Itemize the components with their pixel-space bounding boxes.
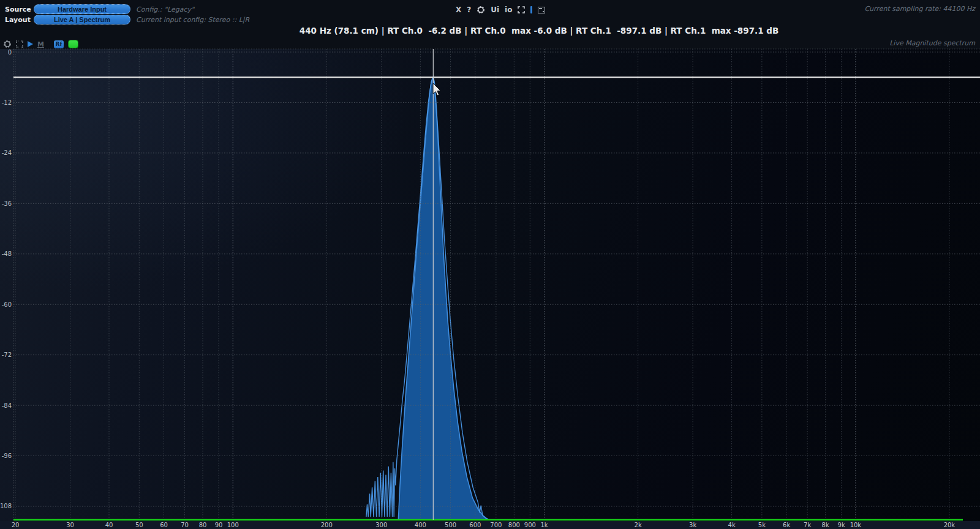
y-axis-label: -72	[2, 351, 12, 358]
x-axis-label: 500	[445, 522, 456, 528]
x-axis-label: 200	[321, 522, 333, 528]
x-axis-label: 300	[375, 522, 387, 528]
x-axis-label: 600	[469, 522, 481, 528]
y-axis-label: -48	[2, 250, 12, 257]
x-axis-label: 80	[199, 522, 207, 528]
x-axis-label: 50	[135, 522, 143, 528]
x-axis-label: 100	[227, 522, 239, 528]
x-axis-label: 1k	[541, 522, 548, 528]
spectrum-chart[interactable]: 0-12-24-36-48-60-72-84-96-10820304050607…	[0, 0, 980, 529]
x-axis-label: 20	[12, 522, 20, 528]
x-axis-label: 90	[215, 522, 223, 528]
x-axis-label: 6k	[783, 522, 790, 528]
x-axis-label: 900	[524, 522, 536, 528]
y-axis-label: -96	[2, 452, 12, 459]
x-axis-label: 10k	[850, 522, 862, 528]
y-axis-label: -36	[2, 200, 12, 207]
x-axis-label: 700	[490, 522, 502, 528]
x-axis-label: 70	[181, 522, 189, 528]
x-axis-label: 400	[415, 522, 426, 528]
x-axis-label: 5k	[758, 522, 766, 528]
x-axis-label: 20k	[944, 522, 956, 528]
x-axis-label: 30	[66, 522, 74, 528]
y-axis-label: -108	[0, 503, 12, 509]
y-axis-label: -84	[2, 402, 12, 409]
x-axis-label: 8k	[822, 522, 829, 528]
y-axis-label: -24	[2, 149, 12, 156]
y-axis-label: 0	[8, 49, 12, 56]
x-axis-label: 9k	[838, 522, 845, 528]
x-axis-label: 2k	[635, 522, 642, 528]
x-axis-label: 4k	[728, 522, 736, 528]
x-axis-label: 800	[508, 522, 520, 528]
y-axis-label: -12	[2, 99, 12, 106]
x-axis-label: 40	[105, 522, 113, 528]
y-axis-label: -60	[2, 301, 12, 308]
x-axis-label: 3k	[689, 522, 696, 528]
x-axis-label: 60	[160, 522, 168, 528]
spectrum-analyzer-app: Source Hardware Input Config.: "Legacy" …	[0, 0, 980, 529]
x-axis-label: 7k	[804, 522, 811, 528]
